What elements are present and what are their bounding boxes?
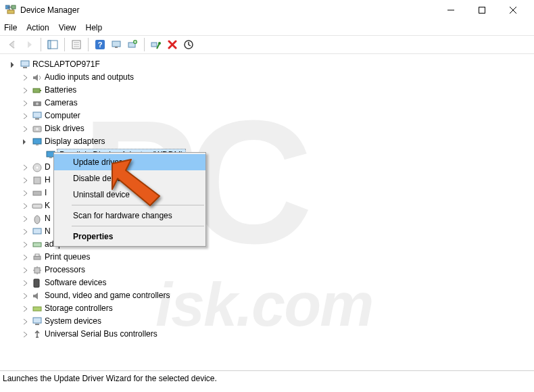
nav-forward-button — [22, 37, 37, 52]
svg-rect-41 — [34, 279, 39, 287]
toolbar: ? — [0, 35, 534, 54]
ctx-scan-hardware[interactable]: Scan for hardware changes — [54, 207, 205, 224]
svg-point-31 — [37, 166, 39, 168]
collapse-icon[interactable] — [19, 74, 31, 80]
svg-rect-3 — [479, 7, 485, 14]
svg-rect-33 — [33, 191, 41, 195]
svg-rect-43 — [33, 318, 41, 323]
svg-rect-34 — [32, 204, 42, 208]
svg-rect-44 — [35, 324, 39, 325]
tree-item-processors[interactable]: Processors — [3, 264, 531, 276]
tree-item-system[interactable]: System devices — [3, 315, 531, 328]
svg-rect-16 — [21, 61, 29, 66]
usb-icon — [31, 329, 43, 340]
tree-item-batteries[interactable]: Batteries — [3, 84, 531, 97]
window-title: Device Manager — [20, 5, 79, 15]
legacy-button[interactable] — [181, 37, 196, 52]
svg-rect-19 — [40, 90, 41, 91]
speaker-icon — [31, 291, 43, 301]
svg-rect-39 — [35, 254, 39, 256]
titlebar: Device Manager — [0, 0, 534, 20]
svg-point-21 — [36, 102, 39, 105]
tree-item-usb[interactable]: Universal Serial Bus controllers — [3, 328, 531, 341]
show-hide-console-tree-button[interactable] — [45, 37, 60, 52]
menu-action[interactable]: Action — [26, 23, 49, 32]
ctx-disable-device[interactable]: Disable device — [54, 170, 205, 187]
svg-rect-22 — [33, 112, 41, 118]
svg-point-25 — [36, 128, 39, 130]
status-bar: Launches the Update Driver Wizard for th… — [0, 370, 534, 385]
menu-file[interactable]: File — [4, 23, 17, 32]
ctx-update-driver[interactable]: Update driver — [54, 154, 205, 170]
tree-item-print[interactable]: Print queues — [3, 251, 531, 264]
svg-rect-36 — [33, 228, 41, 234]
keyboard-icon — [31, 201, 43, 212]
svg-rect-2 — [7, 10, 14, 14]
maximize-button[interactable] — [466, 0, 497, 20]
svg-rect-9 — [112, 41, 120, 47]
svg-rect-17 — [23, 67, 27, 68]
menu-view[interactable]: View — [59, 23, 76, 32]
update-driver-button[interactable] — [125, 37, 140, 52]
svg-rect-27 — [36, 145, 39, 145]
svg-rect-1 — [11, 5, 16, 9]
speaker-icon — [31, 72, 43, 83]
tree-item-sound[interactable]: Sound, video and game controllers — [3, 289, 531, 302]
svg-rect-18 — [33, 89, 40, 93]
svg-text:?: ? — [98, 41, 103, 49]
ctx-uninstall-device[interactable]: Uninstall device — [54, 187, 205, 203]
ctx-properties[interactable]: Properties — [54, 228, 205, 245]
disk-icon — [31, 124, 43, 134]
system-icon — [31, 316, 43, 327]
tree-item-disk[interactable]: Disk drives — [3, 122, 531, 135]
expand-icon[interactable] — [7, 62, 19, 68]
ctx-separator — [72, 226, 204, 226]
status-text: Launches the Update Driver Wizard for th… — [3, 374, 217, 383]
svg-rect-42 — [33, 307, 41, 311]
software-icon — [31, 278, 43, 289]
svg-rect-10 — [115, 47, 118, 48]
scan-hardware-button[interactable] — [109, 37, 124, 52]
camera-icon — [31, 98, 43, 109]
nav-back-button — [5, 37, 20, 52]
computer-icon — [19, 59, 31, 70]
svg-rect-26 — [33, 139, 41, 144]
tree-root[interactable]: RCSLAPTOP971F — [3, 58, 531, 71]
svg-rect-23 — [35, 118, 39, 120]
menu-help[interactable]: Help — [86, 23, 103, 32]
tree-root-label: RCSLAPTOP971F — [31, 58, 101, 71]
svg-rect-5 — [48, 41, 51, 49]
display-icon — [31, 137, 43, 147]
ctx-separator — [72, 205, 204, 205]
printer-icon — [31, 252, 43, 263]
network-icon — [31, 239, 43, 250]
mouse-icon — [31, 214, 43, 224]
tree-item-computer[interactable]: Computer — [3, 109, 531, 122]
svg-rect-40 — [34, 268, 40, 273]
ide-icon — [31, 188, 43, 199]
menubar: File Action View Help — [0, 20, 534, 35]
tree-item-cameras[interactable]: Cameras — [3, 97, 531, 109]
storage-icon — [31, 303, 43, 314]
svg-point-35 — [34, 216, 40, 224]
expand-icon[interactable] — [19, 139, 31, 145]
disable-button[interactable] — [149, 37, 164, 52]
uninstall-button[interactable] — [165, 37, 180, 52]
monitor-icon — [31, 226, 43, 237]
tree-item-audio[interactable]: Audio inputs and outputs — [3, 71, 531, 84]
tree-item-display[interactable]: Display adapters — [3, 135, 531, 148]
help-button[interactable]: ? — [93, 37, 107, 52]
svg-rect-37 — [33, 243, 41, 247]
context-menu: Update driver Disable device Uninstall d… — [53, 152, 206, 247]
properties-button[interactable] — [69, 37, 84, 52]
close-button[interactable] — [497, 0, 529, 20]
svg-rect-38 — [34, 256, 41, 260]
svg-rect-32 — [34, 177, 41, 184]
app-icon — [5, 4, 16, 17]
hid-icon — [31, 175, 43, 186]
minimize-button[interactable] — [435, 0, 466, 20]
cpu-icon — [31, 265, 43, 276]
svg-rect-29 — [49, 157, 52, 158]
tree-item-storage[interactable]: Storage controllers — [3, 302, 531, 315]
tree-item-software[interactable]: Software devices — [3, 276, 531, 289]
